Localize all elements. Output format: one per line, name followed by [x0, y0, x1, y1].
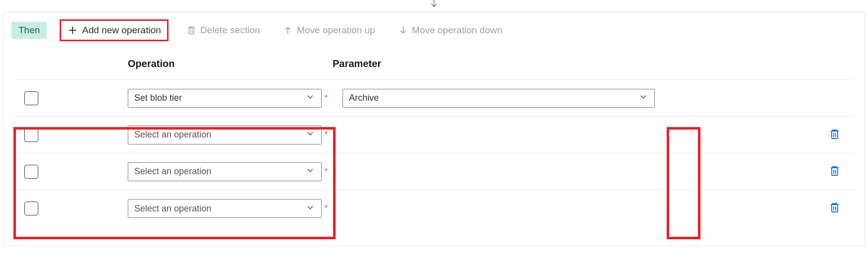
header-parameter: Parameter [333, 58, 855, 69]
delete-section-button[interactable]: Delete section [181, 22, 265, 39]
required-marker: * [325, 130, 328, 138]
table-row: Select an operation * [13, 153, 855, 190]
operation-select[interactable]: Select an operation [128, 162, 322, 181]
delete-row-button[interactable] [829, 201, 841, 216]
row-checkbox[interactable] [24, 165, 38, 179]
add-new-operation-label: Add new operation [82, 25, 161, 36]
parameter-select[interactable]: Archive [343, 89, 655, 108]
operation-select[interactable]: Select an operation [128, 199, 322, 218]
svg-rect-3 [189, 28, 194, 34]
move-operation-up-button[interactable]: Move operation up [278, 22, 380, 39]
arrow-up-icon [283, 25, 293, 36]
operations-table: Operation Parameter Set blob tier * [3, 50, 865, 227]
parameter-select-value: Archive [349, 93, 379, 103]
chevron-down-icon [305, 92, 315, 104]
table-row: Set blob tier * Archive [13, 80, 855, 117]
flow-arrow-down-icon [429, 0, 439, 11]
delete-row-button[interactable] [829, 128, 841, 142]
chevron-down-icon [305, 203, 315, 215]
add-new-operation-button[interactable]: Add new operation [60, 19, 168, 41]
svg-rect-11 [832, 168, 838, 175]
delete-row-button[interactable] [829, 164, 841, 179]
trash-icon [186, 25, 196, 36]
plus-icon [67, 25, 78, 36]
operation-select-value: Select an operation [134, 166, 211, 177]
operation-select[interactable]: Set blob tier [128, 89, 322, 108]
table-header-row: Operation Parameter [13, 50, 855, 80]
operation-select-value: Select an operation [134, 204, 211, 214]
row-checkbox[interactable] [24, 202, 38, 215]
required-marker: * [325, 203, 328, 211]
operation-select-value: Set blob tier [134, 93, 182, 103]
delete-section-label: Delete section [200, 25, 260, 36]
row-checkbox[interactable] [24, 91, 38, 105]
chevron-down-icon [305, 165, 315, 178]
required-marker: * [325, 93, 328, 101]
chevron-down-icon [638, 92, 648, 104]
arrow-down-icon [398, 25, 408, 36]
move-up-label: Move operation up [297, 25, 375, 36]
then-badge: Then [11, 22, 47, 39]
row-checkbox[interactable] [24, 128, 38, 142]
table-row: Select an operation * [13, 190, 855, 227]
move-down-label: Move operation down [412, 25, 503, 36]
header-operation: Operation [128, 58, 333, 69]
toolbar: Then Add new operation Delete section Mo… [3, 12, 865, 50]
chevron-down-icon [305, 129, 315, 141]
table-row: Select an operation * [13, 117, 855, 153]
required-marker: * [325, 166, 328, 175]
then-panel: Then Add new operation Delete section Mo… [3, 12, 865, 246]
operation-select-value: Select an operation [134, 130, 211, 140]
svg-rect-14 [832, 205, 838, 212]
svg-rect-8 [832, 131, 838, 138]
move-operation-down-button[interactable]: Move operation down [393, 22, 508, 39]
operation-select[interactable]: Select an operation [128, 126, 322, 144]
